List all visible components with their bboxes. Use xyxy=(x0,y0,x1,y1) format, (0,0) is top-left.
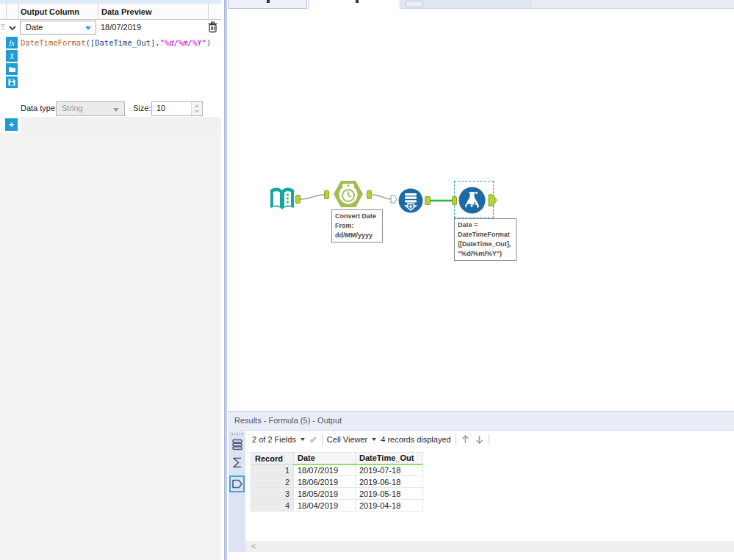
toolbar-separator xyxy=(456,434,456,445)
dropdown-arrow-icon xyxy=(113,108,119,112)
expression-field: DateTime_Out xyxy=(95,38,151,47)
holistic-view-icon[interactable] xyxy=(229,475,245,492)
expression-row: Date 18/07/2019 xyxy=(0,20,221,35)
select-tool[interactable] xyxy=(398,188,423,213)
date-cell: 18/05/2019 xyxy=(294,488,356,500)
workflow-canvas[interactable]: Convert Date From: dd/MM/yyyy xyxy=(228,10,734,420)
strip-drag-handle[interactable] xyxy=(231,434,243,436)
expression-text: DateTimeFormat([DateTime_Out],"%d/%m/%Y"… xyxy=(21,38,211,47)
select-input-anchor[interactable] xyxy=(390,195,397,204)
column-header-date[interactable]: Date xyxy=(294,453,356,464)
data-preview-value: 18/07/2019 xyxy=(101,20,141,35)
add-expression-row: + xyxy=(0,117,221,133)
table-row[interactable]: 4 18/04/2019 2019-04-18 xyxy=(251,500,423,511)
table-header-row: Record Date DateTime_Out xyxy=(251,453,423,464)
header-divider xyxy=(208,4,209,20)
date-cell: 18/07/2019 xyxy=(294,464,356,476)
formula-annotation[interactable]: Date = DateTimeFormat ([DateTime_Out], "… xyxy=(454,218,517,261)
workspace-region: Convert Date From: dd/MM/yyyy xyxy=(228,0,734,560)
datetime-annotation[interactable]: Convert Date From: dd/MM/yyyy xyxy=(331,209,383,243)
open-expression-button[interactable] xyxy=(6,63,18,75)
row-drag-handle[interactable] xyxy=(1,24,5,31)
formula-output-anchor[interactable] xyxy=(488,194,497,207)
header-divider xyxy=(18,4,19,20)
data-type-dropdown[interactable]: String xyxy=(56,101,125,116)
data-type-row: Data type: String Size: 10 xyxy=(0,101,221,117)
datetime-input-anchor[interactable] xyxy=(324,190,329,199)
annotation-line: Convert Date xyxy=(335,212,379,221)
results-title-bar[interactable]: Results - Formula (5) - Output xyxy=(228,412,734,431)
tab-bar-tail xyxy=(401,0,532,9)
datetime-out-cell: 2019-07-18 xyxy=(356,464,423,476)
metadata-view-icon[interactable] xyxy=(230,456,244,470)
panel-splitter[interactable] xyxy=(221,0,228,560)
text-input-output-anchor[interactable] xyxy=(295,195,301,204)
scroll-down-icon[interactable] xyxy=(475,434,484,445)
delete-expression-icon[interactable] xyxy=(207,21,218,33)
fields-dropdown-icon[interactable] xyxy=(301,438,305,441)
formula-tool[interactable] xyxy=(458,187,486,214)
table-row[interactable]: 3 18/05/2019 2019-05-18 xyxy=(251,488,423,500)
datetime-tool[interactable] xyxy=(331,179,365,209)
workflow-tab-inactive[interactable] xyxy=(228,0,307,9)
workflow-tab-active[interactable] xyxy=(309,0,400,10)
add-expression-button[interactable]: + xyxy=(5,118,18,131)
collapse-expression-icon[interactable] xyxy=(7,23,18,33)
datetime-out-cell: 2019-06-18 xyxy=(356,476,423,488)
text-input-tool[interactable] xyxy=(269,186,295,212)
records-displayed-text: 4 records displayed xyxy=(381,435,450,444)
annotation-line: "%d/%m/%Y") xyxy=(458,249,513,259)
tab-scroll-button[interactable] xyxy=(406,1,423,7)
workflow-tabs xyxy=(228,0,734,10)
expression-editor[interactable]: DateTimeFormat([DateTime_Out],"%d/%m/%Y"… xyxy=(19,35,221,100)
header-divider xyxy=(98,4,98,20)
scroll-left-icon[interactable]: < xyxy=(251,542,256,550)
record-cell: 3 xyxy=(251,488,294,500)
select-output-anchor[interactable] xyxy=(425,196,431,205)
variables-button[interactable]: X xyxy=(6,50,18,62)
expression-open: ([ xyxy=(86,38,96,47)
cell-viewer-dropdown-icon[interactable] xyxy=(372,438,376,441)
record-cell: 4 xyxy=(251,500,294,511)
output-column-value: Date xyxy=(26,21,43,34)
output-column-dropdown[interactable]: Date xyxy=(20,21,96,35)
functions-button[interactable]: fx xyxy=(6,37,18,49)
data-type-label: Data type: xyxy=(21,104,57,112)
dropdown-arrow-icon xyxy=(85,26,91,30)
table-view-icon[interactable] xyxy=(230,437,244,451)
size-stepper[interactable]: 10 xyxy=(151,101,203,116)
results-icon-strip xyxy=(229,431,245,541)
scroll-up-icon[interactable] xyxy=(461,434,470,445)
table-row[interactable]: 2 18/06/2019 2019-06-18 xyxy=(251,476,423,488)
column-header-datetime-out[interactable]: DateTime_Out xyxy=(356,453,423,464)
datetime-out-cell: 2019-04-18 xyxy=(356,500,423,511)
formula-grid-header: Output Column Data Preview xyxy=(0,4,221,20)
cell-viewer-button[interactable]: Cell Viewer xyxy=(327,435,367,444)
save-expression-button[interactable] xyxy=(6,76,18,88)
stepper-down-icon[interactable] xyxy=(195,110,199,113)
column-header-record[interactable]: Record xyxy=(251,453,294,464)
expression-close: ) xyxy=(206,38,211,47)
results-table[interactable]: Record Date DateTime_Out 1 18/07/2019 20… xyxy=(251,452,423,511)
date-cell: 18/06/2019 xyxy=(294,476,356,488)
tab-icon xyxy=(356,0,359,3)
formula-input-anchor[interactable] xyxy=(452,196,457,205)
apply-check-icon[interactable]: ✔ xyxy=(309,434,317,445)
toolbar-separator xyxy=(322,434,323,445)
output-column-header: Output Column xyxy=(21,4,79,20)
stepper-up-icon[interactable] xyxy=(195,104,199,107)
table-row[interactable]: 1 18/07/2019 2019-07-18 xyxy=(251,464,423,476)
datetime-out-cell: 2019-05-18 xyxy=(356,488,423,500)
expression-editor-toolbar: fx X xyxy=(6,37,18,90)
fields-summary[interactable]: 2 of 2 Fields xyxy=(252,435,296,444)
results-toolbar: 2 of 2 Fields ✔ Cell Viewer 4 records di… xyxy=(252,433,489,446)
annotation-line: Date = xyxy=(458,220,513,230)
data-type-value: String xyxy=(62,104,83,112)
record-cell: 2 xyxy=(251,476,294,488)
panel-empty-area xyxy=(0,133,221,560)
results-panel: Results - Formula (5) - Output xyxy=(228,411,734,560)
datetime-output-anchor[interactable] xyxy=(367,190,372,199)
annotation-line: dd/MM/yyyy xyxy=(335,231,379,240)
stepper-buttons[interactable] xyxy=(191,102,202,115)
horizontal-scrollbar[interactable]: < xyxy=(245,541,734,552)
